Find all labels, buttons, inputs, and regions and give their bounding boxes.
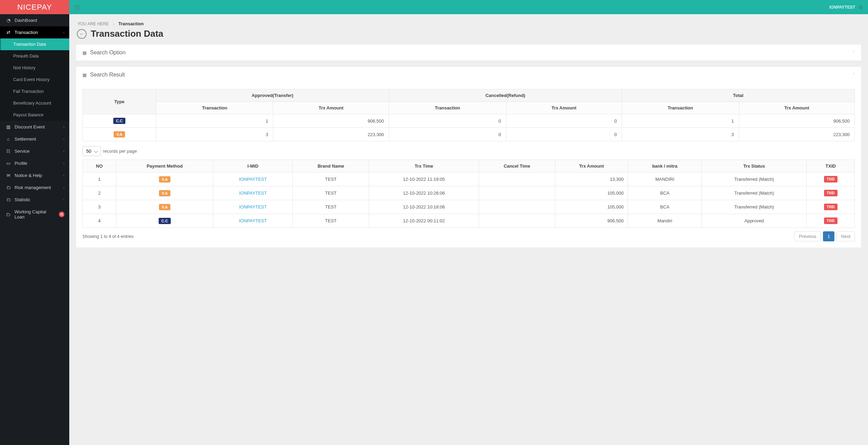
gear-icon[interactable]: ⚙ [859, 5, 863, 10]
cell-txid: TXID [807, 200, 855, 214]
nav-icon: ▭ [5, 161, 12, 166]
topbar: IONPAYTEST ⚙ [69, 0, 868, 14]
sidebar-subitem-card-event-history[interactable]: Card Event History [0, 74, 69, 86]
sidebar-item-label: Profile [15, 161, 27, 166]
sidebar-subitem-beneficiary-account[interactable]: Beneficiary Account [0, 97, 69, 109]
cell-trx-time: 12-10-2022 10:26:06 [369, 186, 479, 200]
payment-type-tag: V.A [159, 204, 170, 210]
txid-button[interactable]: TXID [824, 204, 838, 210]
cell-payment-method: V.A [116, 186, 213, 200]
col-approved-amt: Trx Amount [273, 102, 389, 114]
table-row: 2V.AIONPAYTESTTEST12-10-2022 10:26:06105… [83, 186, 855, 200]
txid-button[interactable]: TXID [824, 176, 838, 183]
cell-cancel-time [479, 200, 555, 214]
sidebar-item-label: Beneficiary Account [13, 101, 51, 106]
cell-total-amt: 223,300 [739, 128, 854, 141]
cell-payment-method: V.A [116, 172, 213, 186]
pager-next[interactable]: Next [836, 231, 855, 241]
result-table: NOPayment MethodI-MIDBrand NameTrx TimeC… [82, 160, 855, 228]
cell-bank: MANDIRI [628, 172, 702, 186]
panel-title-search-result: Search Result [90, 72, 125, 78]
txid-button[interactable]: TXID [824, 190, 838, 196]
svg-rect-1 [74, 7, 80, 8]
panel-title-search-option: Search Option [90, 50, 125, 56]
badge-new: N [59, 212, 64, 217]
col-total: Total [622, 89, 854, 102]
sidebar-subitem-transaction-data[interactable]: Transaction Data [0, 38, 69, 50]
payment-type-tag: C.C [113, 118, 125, 124]
nav-icon: ▥ [5, 124, 12, 130]
cell-type: C.C [83, 114, 156, 128]
nav-icon: 🗀 [5, 197, 12, 202]
col-cancelled: Cancelled(Refund) [389, 89, 622, 102]
col-approved-txn: Transaction [156, 102, 273, 114]
imid-link[interactable]: IONPAYTEST [239, 204, 267, 210]
imid-link[interactable]: IONPAYTEST [239, 218, 267, 223]
pagination: Previous 1 Next [794, 231, 855, 241]
sidebar-item-risk-management[interactable]: 🗀Risk management‹ [0, 181, 69, 194]
records-suffix-label: records per page [103, 149, 137, 154]
sidebar-item-label: Service [15, 149, 29, 154]
sidebar-subitem-preauth-data[interactable]: Preauth Data [0, 50, 69, 62]
pager-previous[interactable]: Previous [794, 231, 821, 241]
sidebar-item-profile[interactable]: ▭Profile‹ [0, 157, 69, 169]
cell-cancelled-amt: 0 [506, 128, 622, 141]
col-trx-time: Trx Time [369, 160, 479, 172]
sidebar-item-transaction[interactable]: ⇄Transaction‹ [0, 26, 69, 38]
sidebar-item-label: Working Capital Loan [15, 209, 57, 220]
col-cancelled-amt: Trx Amount [506, 102, 622, 114]
current-user-label[interactable]: IONPAYTEST [829, 5, 855, 10]
cell-trx-amount: 105,000 [555, 186, 628, 200]
chevron-left-icon: ‹ [63, 186, 64, 189]
cell-brand: TEST [293, 214, 369, 228]
panel-head-search-option[interactable]: ▦ Search Option ˄ [76, 45, 861, 61]
sidebar-item-discount-event[interactable]: ▥Discount Event‹ [0, 121, 69, 133]
page-size-select[interactable]: 50 [82, 146, 101, 156]
cell-total-txn: 3 [622, 128, 739, 141]
cell-txid: TXID [807, 172, 855, 186]
cell-imid: IONPAYTEST [213, 186, 293, 200]
nav-icon: ☷ [5, 149, 12, 154]
sidebar-subitem-fail-transaction[interactable]: Fail Transaction [0, 86, 69, 97]
panel-head-search-result[interactable]: ▦ Search Result ˅ [76, 67, 861, 83]
sidebar-item-statistic[interactable]: 🗀Statistic‹ [0, 194, 69, 206]
cell-cancel-time [479, 172, 555, 186]
sidebar-item-label: Payout Balance [13, 113, 44, 117]
nav-icon: ◔ [5, 18, 12, 23]
cell-no: 3 [83, 200, 116, 214]
sidebar-item-label: Risk management [15, 185, 51, 190]
sidebar-item-service[interactable]: ☷Service‹ [0, 145, 69, 157]
sidebar: NICEPAY ◔DashBoard⇄Transaction‹Transacti… [0, 0, 69, 445]
sidebar-item-label: Card Event History [13, 77, 50, 82]
sidebar-item-settlement[interactable]: ⌂Settlement‹ [0, 133, 69, 145]
cell-approved-amt: 223,300 [273, 128, 389, 141]
back-button[interactable]: ← [77, 29, 87, 39]
menu-toggle-icon[interactable] [74, 4, 80, 10]
sidebar-item-dashboard[interactable]: ◔DashBoard [0, 14, 69, 26]
sidebar-item-working-capital-loan[interactable]: 🗀Working Capital LoanN [0, 206, 69, 223]
sidebar-item-label: Settlement [15, 136, 36, 142]
payment-type-tag: C.C [159, 218, 171, 224]
sidebar-subitem-noti-history[interactable]: Noti History [0, 62, 69, 74]
panel-search-option: ▦ Search Option ˄ [76, 45, 861, 61]
cell-brand: TEST [293, 200, 369, 214]
imid-link[interactable]: IONPAYTEST [239, 177, 267, 182]
cell-cancel-time [479, 186, 555, 200]
txid-button[interactable]: TXID [824, 217, 838, 224]
cell-trx-amount: 906,500 [555, 214, 628, 228]
payment-type-tag: V.A [159, 176, 170, 183]
col-payment-method: Payment Method [116, 160, 213, 172]
cell-txid: TXID [807, 186, 855, 200]
imid-link[interactable]: IONPAYTEST [239, 190, 267, 196]
pager-page-1[interactable]: 1 [823, 231, 834, 241]
sidebar-item-label: Noti History [13, 65, 36, 70]
cell-cancel-time [479, 214, 555, 228]
chevron-up-icon[interactable]: ˄ [853, 51, 855, 55]
cell-status: Transferred (Match) [702, 172, 807, 186]
cell-total-txn: 1 [622, 114, 739, 128]
sidebar-item-notice-help[interactable]: ✉Notice & Help‹ [0, 169, 69, 181]
table-row: 1V.AIONPAYTESTTEST12-10-2022 11:19:0513,… [83, 172, 855, 186]
cell-status: Transferred (Match) [702, 186, 807, 200]
sidebar-subitem-payout-balance[interactable]: Payout Balance [0, 109, 69, 121]
chevron-down-icon[interactable]: ˅ [853, 73, 855, 77]
